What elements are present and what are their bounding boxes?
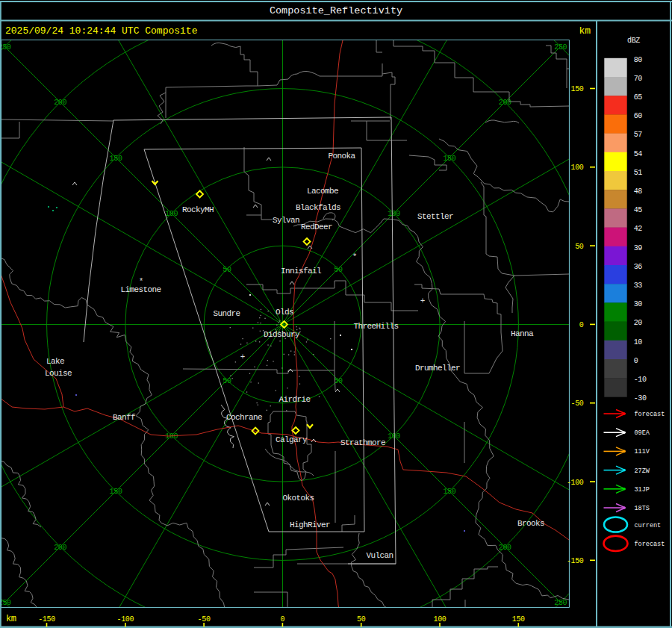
svg-text:150: 150 <box>110 488 122 496</box>
svg-text:-30: -30 <box>634 394 647 402</box>
svg-text:-50: -50 <box>198 615 211 624</box>
svg-text:45: 45 <box>634 206 643 214</box>
svg-text:RedDeer: RedDeer <box>301 223 332 231</box>
svg-text:-150: -150 <box>38 615 55 624</box>
svg-text:30: 30 <box>634 300 643 308</box>
svg-text:150: 150 <box>571 85 584 93</box>
svg-text:20: 20 <box>634 319 643 327</box>
svg-text:36: 36 <box>634 263 643 271</box>
svg-text:27ZW: 27ZW <box>635 467 650 475</box>
svg-text:0: 0 <box>634 357 638 365</box>
svg-text:100: 100 <box>165 432 178 441</box>
svg-text:Innisfail: Innisfail <box>281 267 321 276</box>
svg-text:0: 0 <box>281 615 285 624</box>
svg-text:70: 70 <box>634 75 643 83</box>
svg-text:current: current <box>635 522 662 529</box>
svg-text:*: * <box>139 277 144 286</box>
svg-text:Okotoks: Okotoks <box>282 494 314 503</box>
svg-text:50: 50 <box>334 266 343 274</box>
svg-text:0: 0 <box>579 321 584 329</box>
svg-text:100: 100 <box>388 432 400 441</box>
svg-text:42: 42 <box>634 225 643 233</box>
svg-text:Limestone: Limestone <box>120 285 161 294</box>
svg-text:-150: -150 <box>567 557 584 565</box>
svg-text:-100: -100 <box>567 479 584 487</box>
svg-text:forecast: forecast <box>635 541 665 548</box>
svg-text:60: 60 <box>634 112 643 120</box>
svg-text:*: * <box>352 252 358 261</box>
svg-text:51: 51 <box>634 169 643 177</box>
svg-text:ThreeHills: ThreeHills <box>353 322 398 331</box>
svg-text:10: 10 <box>634 338 643 346</box>
svg-text:150: 150 <box>110 155 122 163</box>
svg-text:Cochrane: Cochrane <box>226 413 262 422</box>
svg-text:80: 80 <box>634 56 643 64</box>
svg-text:150: 150 <box>443 155 455 163</box>
svg-text:Banff: Banff <box>113 413 135 422</box>
svg-text:48: 48 <box>634 187 643 196</box>
svg-text:Blackfalds: Blackfalds <box>296 203 340 212</box>
svg-text:57: 57 <box>634 131 643 139</box>
svg-text:-100: -100 <box>116 615 134 624</box>
svg-text:Didsbury: Didsbury <box>264 330 300 339</box>
svg-text:Drumheller: Drumheller <box>415 364 460 373</box>
svg-text:Ponoka: Ponoka <box>328 152 355 161</box>
svg-text:200: 200 <box>499 544 511 552</box>
svg-text:111V: 111V <box>635 448 650 456</box>
svg-text:150: 150 <box>443 488 455 496</box>
svg-text:100: 100 <box>571 164 584 172</box>
svg-text:+: + <box>240 352 246 361</box>
svg-text:200: 200 <box>499 99 511 107</box>
svg-text:km: km <box>579 25 591 37</box>
svg-text:-10: -10 <box>634 376 647 384</box>
svg-text:250: 250 <box>0 43 11 52</box>
svg-text:39: 39 <box>634 244 643 252</box>
svg-text:150: 150 <box>512 615 525 624</box>
svg-text:250: 250 <box>554 43 567 52</box>
svg-text:31JP: 31JP <box>635 486 650 494</box>
svg-text:200: 200 <box>54 544 66 552</box>
svg-text:HighRiver: HighRiver <box>290 520 330 529</box>
svg-text:Hanna: Hanna <box>511 329 534 338</box>
svg-text:2025/09/24 10:24:44 UTC Compos: 2025/09/24 10:24:44 UTC Composite <box>5 25 197 37</box>
svg-text:100: 100 <box>388 210 400 218</box>
svg-text:RockyMH: RockyMH <box>182 205 214 214</box>
svg-text:09EA: 09EA <box>635 429 650 437</box>
svg-text:forecast: forecast <box>635 411 665 418</box>
svg-text:Stettler: Stettler <box>417 212 453 221</box>
svg-text:100: 100 <box>165 210 178 218</box>
svg-text:-50: -50 <box>571 400 584 408</box>
svg-text:250: 250 <box>0 599 11 607</box>
svg-text:100: 100 <box>434 615 447 624</box>
svg-text:Strathmore: Strathmore <box>340 438 385 447</box>
svg-text:54: 54 <box>634 150 643 158</box>
svg-text:200: 200 <box>54 99 66 107</box>
svg-text:Lacombe: Lacombe <box>307 187 338 196</box>
svg-text:18TS: 18TS <box>635 505 650 512</box>
svg-text:Olds: Olds <box>276 308 293 317</box>
svg-text:Sylvan: Sylvan <box>273 216 299 225</box>
svg-text:km: km <box>6 614 16 624</box>
svg-text:Louise: Louise <box>45 369 72 378</box>
svg-text:Airdrie: Airdrie <box>279 395 310 404</box>
svg-text:+: + <box>420 296 426 305</box>
svg-text:65: 65 <box>634 93 643 102</box>
svg-text:Lake: Lake <box>46 357 64 366</box>
svg-text:Calgary: Calgary <box>276 435 308 444</box>
svg-text:Composite_Reflectivity: Composite_Reflectivity <box>270 5 402 16</box>
svg-text:33: 33 <box>634 282 643 290</box>
svg-text:Brooks: Brooks <box>517 519 544 528</box>
svg-text:50: 50 <box>575 243 584 251</box>
svg-text:250: 250 <box>554 599 567 607</box>
svg-text:50: 50 <box>357 615 366 624</box>
svg-text:dBZ: dBZ <box>627 37 640 45</box>
svg-text:50: 50 <box>223 266 231 274</box>
svg-text:50: 50 <box>223 377 231 385</box>
svg-text:Sundre: Sundre <box>213 309 240 318</box>
svg-text:Vulcan: Vulcan <box>366 551 393 560</box>
